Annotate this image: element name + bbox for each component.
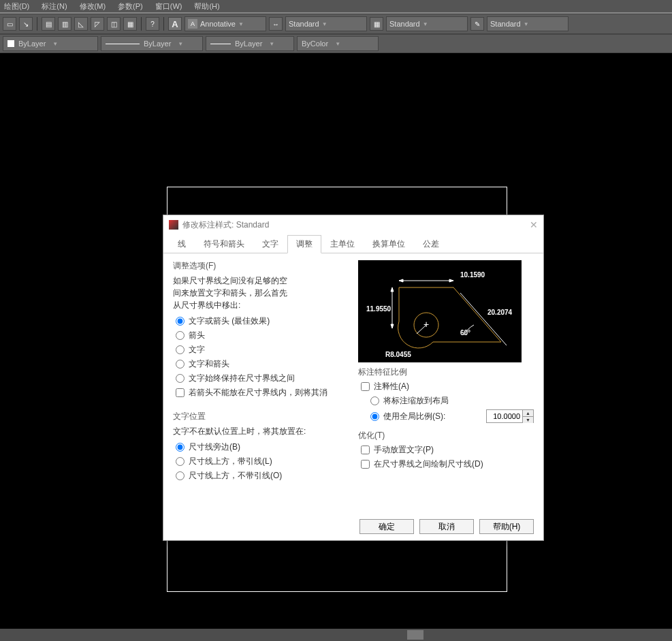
tool-btn-7[interactable]: ◫: [107, 17, 121, 31]
chevron-down-icon: ▼: [178, 41, 183, 47]
dropdown-dimstyle-label: Standard: [289, 20, 319, 28]
tab-text[interactable]: 文字: [253, 235, 287, 253]
menu-bar: 绘图(D) 标注(N) 修改(M) 参数(P) 窗口(W) 帮助(H): [0, 0, 672, 12]
scale-global-row: 使用全局比例(S): ▲▼: [370, 409, 534, 423]
fit-radio-2[interactable]: [176, 331, 185, 340]
optimize-title: 优化(T): [358, 430, 534, 441]
tab-symbols[interactable]: 符号和箭头: [195, 235, 253, 253]
scale-check-annot[interactable]: [361, 382, 370, 391]
dropdown-mleaderstyle[interactable]: Standard ▼: [487, 16, 569, 31]
scale-title: 标注特征比例: [358, 366, 534, 378]
fit-check-1[interactable]: [176, 388, 185, 397]
tool-btn-8[interactable]: ▦: [123, 17, 137, 31]
dropdown-linetype[interactable]: ByLayer ▼: [101, 36, 203, 51]
app-logo-icon: [169, 220, 178, 230]
fit-radio-1[interactable]: [176, 317, 185, 326]
tab-fit[interactable]: 调整: [287, 235, 321, 253]
fit-opt-both[interactable]: 文字和箭头: [176, 358, 350, 370]
close-icon[interactable]: ✕: [530, 219, 538, 230]
line-sample: [106, 44, 140, 44]
scale-radio-layout[interactable]: [370, 396, 379, 405]
dropdown-annotative[interactable]: A Annotative ▼: [185, 16, 266, 31]
textpos-desc: 文字不在默认位置上时，将其放置在:: [173, 425, 350, 437]
fit-radio-3[interactable]: [176, 345, 185, 354]
dropdown-plotstyle[interactable]: ByColor ▼: [297, 36, 379, 51]
dropdown-annotative-label: Annotative: [200, 20, 236, 28]
chevron-down-icon: ▼: [52, 41, 58, 47]
preview-dim-left: 11.9550: [366, 305, 391, 313]
menu-window[interactable]: 窗口(W): [155, 1, 182, 12]
tool-btn-help[interactable]: ?: [146, 17, 159, 31]
dropdown-tablestyle-label: Standard: [389, 20, 420, 28]
menu-param[interactable]: 参数(P): [118, 1, 143, 12]
dropdown-dimstyle[interactable]: Standard ▼: [285, 16, 367, 31]
optimize-check-2[interactable]: [361, 460, 370, 469]
optimize-check-1[interactable]: [361, 445, 370, 454]
tool-btn-6[interactable]: ◸: [91, 17, 104, 31]
linetype-label: ByLayer: [144, 40, 171, 48]
svg-text:+: +: [423, 319, 429, 330]
textpos-opt-beside[interactable]: 尺寸线旁边(B): [176, 441, 350, 453]
dialog-title-text: 修改标注样式: Standard: [182, 219, 269, 231]
spinner-down-icon[interactable]: ▼: [523, 417, 533, 423]
textpos-radio-1[interactable]: [176, 443, 185, 452]
menu-help[interactable]: 帮助(H): [194, 1, 219, 12]
chevron-down-icon: ▼: [335, 41, 340, 47]
fit-opt-arrows[interactable]: 箭头: [176, 330, 350, 341]
fit-opt-text[interactable]: 文字: [176, 344, 350, 356]
scale-spinner[interactable]: ▲▼: [486, 409, 534, 423]
spinner-up-icon[interactable]: ▲: [523, 410, 533, 417]
plotstyle-label: ByColor: [302, 40, 328, 48]
tool-btn-text[interactable]: A: [168, 17, 182, 31]
textpos-radio-2[interactable]: [176, 457, 185, 466]
layer-color-label: ByLayer: [18, 40, 46, 48]
fit-radio-4[interactable]: [176, 360, 185, 369]
drawing-canvas[interactable]: 修改标注样式: Standard ✕ 线 符号和箭头 文字 调整 主单位 换算单…: [0, 53, 672, 639]
dialog-tabs: 线 符号和箭头 文字 调整 主单位 换算单位 公差: [163, 234, 543, 253]
dropdown-tablestyle[interactable]: Standard ▼: [386, 16, 468, 31]
scale-layout[interactable]: 将标注缩放到布局: [370, 395, 534, 407]
tool-btn-5[interactable]: ◺: [74, 17, 88, 31]
tool-btn-4[interactable]: ▥: [58, 17, 71, 31]
optimize-manual-text[interactable]: 手动放置文字(P): [361, 444, 534, 456]
tool-btn-2[interactable]: ↘: [19, 17, 33, 31]
cancel-button[interactable]: 取消: [419, 519, 474, 534]
fit-radio-5[interactable]: [176, 374, 185, 383]
scale-radio-global[interactable]: [370, 412, 379, 421]
tab-primary-units[interactable]: 主单位: [321, 235, 364, 253]
menu-modify[interactable]: 修改(M): [80, 1, 106, 12]
menu-annotation[interactable]: 标注(N): [42, 1, 67, 12]
tab-tolerances[interactable]: 公差: [414, 235, 448, 253]
help-button[interactable]: 帮助(H): [479, 519, 534, 534]
dropdown-lineweight[interactable]: ByLayer ▼: [206, 36, 294, 51]
fit-description: 如果尺寸界线之间没有足够的空 间来放置文字和箭头，那么首先 从尺寸界线中移出:: [173, 275, 350, 311]
tool-btn-3[interactable]: ▤: [42, 17, 55, 31]
fit-opt-always-inside[interactable]: 文字始终保持在尺寸界线之间: [176, 373, 350, 384]
tab-lines[interactable]: 线: [169, 235, 195, 253]
tab-alt-units[interactable]: 换算单位: [364, 235, 414, 253]
tool-btn-dim[interactable]: ↔: [269, 17, 283, 31]
status-segment: [407, 630, 423, 640]
textpos-opt-over-noleader[interactable]: 尺寸线上方，不带引线(O): [176, 470, 350, 482]
chevron-down-icon: ▼: [423, 21, 428, 27]
toolbar-row-2: ByLayer ▼ ByLayer ▼ ByLayer ▼ ByColor ▼: [0, 34, 672, 53]
svg-marker-2: [399, 279, 403, 282]
line-sample: [210, 44, 231, 44]
fit-suppress-arrows[interactable]: 若箭头不能放在尺寸界线内，则将其消: [176, 387, 350, 398]
scale-global[interactable]: 使用全局比例(S):: [370, 411, 445, 422]
ok-button[interactable]: 确定: [359, 519, 414, 534]
dialog-titlebar[interactable]: 修改标注样式: Standard ✕: [163, 215, 543, 234]
fit-opt-text-or-arrows[interactable]: 文字或箭头 (最佳效果): [176, 315, 350, 327]
optimize-draw-dimline[interactable]: 在尺寸界线之间绘制尺寸线(D): [361, 458, 534, 470]
tool-btn-leader[interactable]: ✎: [470, 17, 484, 31]
textpos-opt-over-leader[interactable]: 尺寸线上方，带引线(L): [176, 456, 350, 467]
scale-input[interactable]: [487, 410, 522, 422]
preview-radius: R8.0455: [385, 351, 411, 358]
textpos-radio-3[interactable]: [176, 471, 185, 480]
chevron-down-icon: ▼: [238, 21, 244, 27]
scale-annotative[interactable]: 注释性(A): [361, 381, 534, 392]
dropdown-layer-color[interactable]: ByLayer ▼: [3, 36, 98, 51]
tool-btn-1[interactable]: ▭: [3, 17, 16, 31]
menu-draw[interactable]: 绘图(D): [4, 1, 29, 12]
tool-btn-table[interactable]: ▦: [370, 17, 383, 31]
